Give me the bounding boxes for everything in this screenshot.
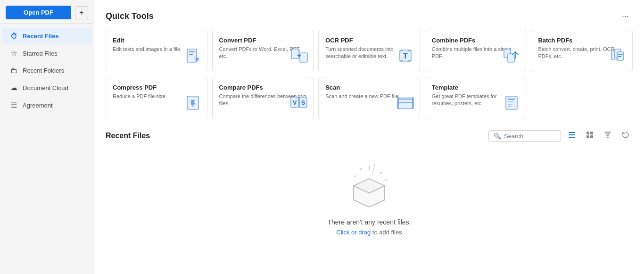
tool-card-convert-pdf[interactable]: Convert PDFConvert PDFs to Word, Excel, … (212, 30, 314, 72)
tool-icon-convert-pdf (289, 45, 309, 68)
recent-files-icon: ⏱ (9, 32, 18, 40)
document-cloud-icon: ☁ (9, 83, 18, 92)
tool-title-template: Template (432, 84, 520, 91)
svg-rect-36 (569, 137, 575, 138)
svg-rect-10 (408, 50, 411, 51)
svg-rect-13 (508, 54, 514, 62)
recent-controls: 🔍 (488, 129, 633, 143)
svg-text:S: S (301, 99, 305, 106)
sidebar-item-recent-files[interactable]: ⏱Recent Files (2, 28, 92, 44)
svg-text:T: T (403, 52, 408, 60)
svg-rect-38 (590, 132, 593, 134)
svg-rect-24 (398, 99, 413, 108)
sidebar-item-document-cloud[interactable]: ☁Document Cloud (2, 79, 92, 96)
tool-card-compress-pdf[interactable]: Compress PDFReduce a PDF file size. (106, 77, 207, 119)
search-input[interactable] (504, 133, 556, 140)
tool-icon-edit (182, 45, 203, 68)
svg-point-52 (372, 172, 373, 173)
svg-rect-30 (508, 99, 515, 100)
svg-point-53 (360, 168, 362, 170)
more-button[interactable]: ··· (618, 9, 633, 23)
empty-link: Click or drag to add files (336, 229, 402, 236)
tool-icon-compare-pdfs: V S (289, 92, 309, 115)
svg-text:V: V (293, 99, 297, 106)
svg-rect-4 (291, 49, 299, 58)
recent-folders-label: Recent Folders (23, 67, 64, 74)
add-button[interactable]: + (75, 6, 88, 19)
svg-rect-9 (400, 60, 403, 61)
tool-title-convert-pdf: Convert PDF (219, 37, 307, 44)
recent-folders-icon: 🗀 (9, 66, 18, 75)
tool-card-ocr-pdf[interactable]: OCR PDFTurn scanned documents into searc… (318, 30, 420, 72)
starred-files-label: Starred Files (23, 50, 58, 57)
svg-rect-1 (189, 51, 195, 52)
svg-rect-5 (300, 53, 307, 62)
empty-state: There aren't any recent files. Click or … (106, 150, 633, 250)
tool-title-edit: Edit (113, 37, 200, 44)
sidebar-item-starred-files[interactable]: ☆Starred Files (2, 45, 92, 62)
tool-title-combine-pdfs: Combine PDFs (432, 37, 520, 44)
tool-title-compress-pdf: Compress PDF (113, 84, 200, 91)
svg-line-51 (373, 165, 375, 171)
svg-rect-41 (604, 132, 611, 133)
list-view-button[interactable] (565, 129, 579, 143)
tool-title-compare-pdfs: Compare PDFs (219, 84, 307, 91)
tool-title-scan: Scan (325, 84, 413, 91)
filter-button[interactable] (601, 129, 615, 143)
sidebar-nav: ⏱Recent Files☆Starred Files🗀Recent Folde… (0, 24, 94, 274)
tool-title-ocr-pdf: OCR PDF (325, 37, 413, 44)
tool-icon-ocr-pdf: T (395, 45, 416, 68)
recent-files-label: Recent Files (23, 33, 59, 40)
svg-rect-25 (398, 97, 413, 100)
recent-files-header: Recent Files 🔍 (106, 129, 633, 143)
svg-rect-18 (618, 56, 621, 57)
document-cloud-label: Document Cloud (23, 84, 68, 91)
tool-card-batch-pdfs[interactable]: Batch PDFsBatch convert, create, print, … (531, 30, 633, 72)
agreement-icon: ☰ (9, 101, 18, 109)
tool-icon-batch-pdfs (608, 45, 628, 68)
sidebar-item-recent-folders[interactable]: 🗀Recent Folders (2, 62, 92, 79)
svg-point-55 (355, 176, 356, 177)
refresh-button[interactable] (619, 129, 633, 143)
tools-grid: EditEdit texts and images in a file. Con… (106, 30, 633, 119)
quick-tools-header: Quick Tools ··· (106, 9, 633, 23)
tool-card-template[interactable]: TemplateGet great PDF templates for resu… (425, 77, 527, 119)
open-pdf-button[interactable]: Open PDF (6, 6, 71, 19)
svg-point-56 (385, 179, 387, 181)
tool-card-compare-pdfs[interactable]: Compare PDFsCompare the differences betw… (212, 77, 314, 119)
grid-view-button[interactable] (583, 129, 597, 143)
svg-point-54 (380, 173, 382, 174)
svg-rect-17 (618, 54, 623, 55)
svg-rect-2 (189, 54, 193, 55)
sidebar-item-agreement[interactable]: ☰Agreement (2, 97, 92, 114)
svg-rect-35 (569, 134, 575, 135)
svg-rect-40 (590, 135, 593, 138)
svg-rect-32 (508, 104, 512, 105)
sidebar-top: Open PDF + (0, 0, 94, 24)
svg-rect-44 (607, 137, 609, 138)
svg-rect-39 (586, 135, 589, 138)
svg-rect-37 (586, 132, 589, 134)
starred-files-icon: ☆ (9, 49, 18, 58)
tool-card-scan[interactable]: ScanScan and create a new PDF file. (318, 77, 420, 119)
sidebar: Open PDF + ⏱Recent Files☆Starred Files🗀R… (0, 0, 94, 274)
main-content: Quick Tools ··· EditEdit texts and image… (94, 0, 644, 274)
search-box: 🔍 (488, 130, 561, 142)
svg-rect-8 (400, 50, 403, 51)
search-icon: 🔍 (494, 133, 501, 140)
svg-rect-42 (605, 133, 610, 134)
svg-rect-29 (506, 96, 517, 109)
tool-icon-combine-pdfs (501, 45, 522, 68)
tool-icon-scan (395, 92, 416, 115)
recent-files-title: Recent Files (106, 132, 150, 140)
svg-rect-31 (508, 101, 513, 102)
quick-tools-title: Quick Tools (106, 11, 154, 21)
tool-icon-compress-pdf (182, 92, 203, 115)
tool-card-edit[interactable]: EditEdit texts and images in a file. (106, 30, 207, 72)
svg-rect-34 (569, 132, 575, 133)
empty-title: There aren't any recent files. (328, 218, 411, 226)
svg-rect-43 (606, 135, 609, 136)
click-or-drag-link[interactable]: Click or drag (336, 229, 371, 236)
agreement-label: Agreement (23, 102, 53, 109)
tool-card-combine-pdfs[interactable]: Combine PDFsCombine multiple files into … (425, 30, 527, 72)
